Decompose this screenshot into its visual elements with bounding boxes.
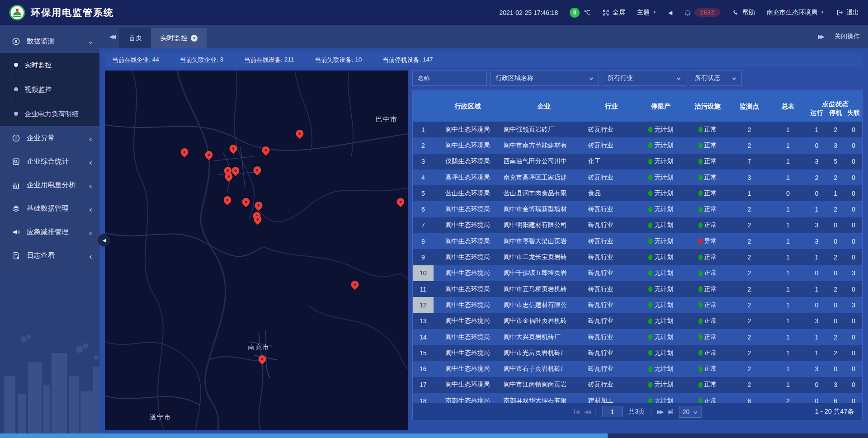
meter-cell: 1 [769, 281, 807, 297]
tab-home[interactable]: 首页 [119, 28, 151, 48]
row-index-cell: 5 [413, 185, 434, 201]
stat-label: 当前失联企业: [180, 56, 218, 64]
help-button[interactable]: 帮助 [732, 9, 755, 17]
stat-value: 147 [423, 56, 433, 64]
temperature-unit: ℃ [584, 9, 590, 16]
col-stopped: 停机 [826, 109, 845, 122]
chevron-left-icon [88, 206, 93, 211]
tabs-scroll-left-icon[interactable]: ◀◀ [104, 33, 119, 40]
table-row-14[interactable]: 14阆中生态环境局阆中大兴页岩机砖厂砖瓦行业无计划正常21120 [413, 329, 862, 345]
running-cell: 1 [807, 249, 826, 265]
sidebar-group-label: 基础数据管理 [27, 204, 69, 213]
enterprise-cell: 阆中强锐页岩砖厂 [502, 122, 586, 137]
status-dot-green [648, 398, 652, 403]
col-points: 监测点 [730, 91, 769, 122]
status-select[interactable]: 所有状态 [690, 71, 742, 86]
mute-button[interactable]: ◀ [668, 9, 672, 16]
sidebar: 数据监测实时监控视频监控企业电力负荷明细企业异常企业综合统计企业用电量分析基础数… [0, 25, 99, 438]
status-dot-green [698, 382, 703, 388]
enterprise-cell: 阆中市五马桥页岩机砖 [502, 281, 586, 297]
last-page-button[interactable]: ▶ [669, 409, 673, 415]
table-row-9[interactable]: 9阆中生态环境局阆中市二龙长宝页岩砖砖瓦行业无计划正常21120 [413, 249, 862, 265]
first-page-button[interactable]: ◀ [574, 409, 578, 415]
stop-limit-cell: 无计划 [637, 329, 685, 345]
megaphone-icon [12, 228, 20, 236]
close-operations-button[interactable]: 关闭操作 [835, 33, 860, 41]
table-row-18[interactable]: 18南部生态环境局南部县双华大理石有限建材加工无计划正常62060 [413, 393, 862, 403]
table-row-6[interactable]: 6阆中生态环境局阆中市金博瑞新型墙材砖瓦行业无计划正常21120 [413, 201, 862, 217]
scrollbar-thumb[interactable] [0, 433, 608, 438]
table-row-12[interactable]: 12阆中生态环境局阆中市忠信建材有限公砖瓦行业无计划正常21003 [413, 297, 862, 313]
status-dot-green [648, 238, 652, 244]
page-number-input[interactable] [602, 406, 623, 417]
table-row-17[interactable]: 17阆中生态环境局阆中市江南镇阆南页岩砖瓦行业无计划正常21030 [413, 377, 862, 393]
col-running: 运行 [807, 109, 826, 122]
sidebar-item-2[interactable]: 视频监控 [0, 77, 99, 102]
lost-cell: 0 [845, 122, 862, 137]
region-cell: 阆中生态环境局 [434, 137, 502, 153]
running-cell: 3 [807, 217, 826, 233]
enterprise-cell: 阆中明阳建材有限公司 [502, 217, 586, 233]
notification-widget[interactable]: 2632 [684, 8, 720, 17]
table-row-3[interactable]: 3仪陇生态环境局西南油气田分公司川中化工无计划正常71350 [413, 154, 862, 170]
stop-limit-cell: 无计划 [637, 281, 685, 297]
chevron-left-icon [88, 183, 93, 188]
table-row-4[interactable]: 4高坪生态环境局南充市高坪区王家店建砖瓦行业无计划正常31220 [413, 170, 862, 185]
sidebar-group-5[interactable]: 基础数据管理 [0, 197, 99, 220]
enterprise-cell: 阆中市光富页岩机砖厂 [502, 345, 586, 361]
prev-page-button[interactable]: ◀◀ [584, 409, 590, 415]
table-row-1[interactable]: 1阆中生态环境局阆中强锐页岩砖厂砖瓦行业无计划正常21120 [413, 122, 862, 137]
pollution-cell: 正常 [685, 154, 730, 170]
status-dot-green [648, 174, 652, 180]
meter-cell: 1 [769, 233, 807, 249]
sidebar-group-1[interactable]: 数据监测 [0, 29, 99, 53]
region-cell: 阆中生态环境局 [434, 377, 502, 393]
next-page-button[interactable]: ▶▶ [657, 409, 662, 415]
sidebar-item-3[interactable]: 企业电力负荷明细 [0, 102, 99, 126]
horizontal-scrollbar[interactable] [0, 433, 868, 438]
name-search-input[interactable] [412, 71, 487, 86]
col-industry: 行业 [586, 91, 637, 122]
sidebar-group-7[interactable]: 日志查看 [0, 244, 99, 267]
sidebar-collapse-toggle[interactable]: ◀ [98, 234, 110, 246]
phone-icon [732, 9, 739, 16]
points-cell: 6 [730, 393, 769, 403]
sidebar-group-4[interactable]: 企业用电量分析 [0, 173, 99, 197]
page-size-select[interactable]: 20 [679, 406, 702, 418]
row-index-cell: 16 [413, 361, 434, 377]
points-cell: 2 [730, 297, 769, 313]
tab-realtime-monitor[interactable]: 实时监控 × [151, 28, 207, 48]
logout-button[interactable]: 退出 [836, 9, 859, 17]
sidebar-item-1[interactable]: 实时监控 [0, 53, 99, 77]
stopped-cell: 2 [826, 281, 845, 297]
tabs-scroll-right-icon[interactable]: ▶▶ [818, 33, 823, 40]
sidebar-group-6[interactable]: 应急减排管理 [0, 220, 99, 244]
sidebar-group-2[interactable]: 企业异常 [0, 126, 99, 150]
table-row-13[interactable]: 13阆中生态环境局阆中市金福旺页岩机砖砖瓦行业无计划正常21300 [413, 313, 862, 329]
map-panel[interactable]: 巴中市南充市遂宁市 [105, 71, 408, 430]
enterprise-cell: 阆中市江南镇阆南页岩 [502, 377, 586, 393]
panels: ◀ [105, 71, 863, 438]
table-row-7[interactable]: 7阆中生态环境局阆中明阳建材有限公司砖瓦行业无计划正常21300 [413, 217, 862, 233]
lost-cell: 3 [845, 265, 862, 281]
pollution-cell: 正常 [685, 313, 730, 329]
table-row-8[interactable]: 8阆中生态环境局阆中市枣碧大梁山页岩砖瓦行业无计划异常21300 [413, 233, 862, 249]
chevron-left-icon [88, 253, 93, 258]
pollution-cell: 正常 [685, 329, 730, 345]
sidebar-group-3[interactable]: 企业综合统计 [0, 150, 99, 173]
fullscreen-button[interactable]: 全屏 [602, 9, 625, 17]
region-select[interactable]: 行政区域名称 [491, 71, 599, 86]
theme-menu[interactable]: 主题 ▼ [637, 9, 656, 17]
tab-close-icon[interactable]: × [191, 35, 198, 42]
table-row-5[interactable]: 5营山生态环境局营山县润丰肉食品有限食品无计划正常10010 [413, 185, 862, 201]
table-row-15[interactable]: 15阆中生态环境局阆中市光富页岩机砖厂砖瓦行业无计划正常21120 [413, 345, 862, 361]
lost-cell: 0 [845, 393, 862, 403]
table-row-11[interactable]: 11阆中生态环境局阆中市五马桥页岩机砖砖瓦行业无计划正常21120 [413, 281, 862, 297]
org-user-menu[interactable]: 南充市生态环境局 ▼ [767, 9, 824, 17]
table-row-16[interactable]: 16阆中生态环境局阆中市石子页岩机砖厂砖瓦行业无计划正常21300 [413, 361, 862, 377]
table-row-10[interactable]: 10阆中生态环境局阆中千佛镇五郎垭页岩砖瓦行业无计划正常21003 [413, 265, 862, 281]
industry-select[interactable]: 所有行业 [603, 71, 686, 86]
industry-cell: 砖瓦行业 [586, 137, 637, 153]
meter-cell: 1 [769, 201, 807, 217]
table-row-2[interactable]: 2阆中生态环境局阆中市南方节能建材有砖瓦行业无计划正常21030 [413, 137, 862, 153]
